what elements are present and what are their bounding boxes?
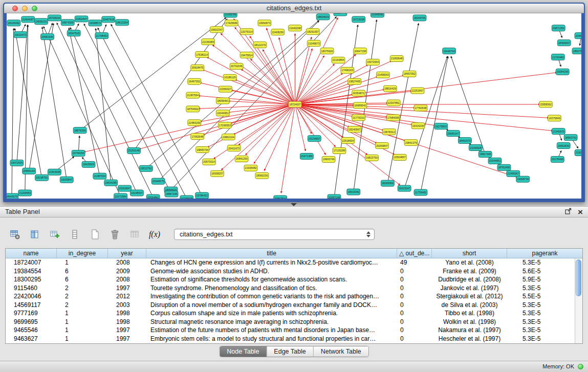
network-node-teal[interactable]: 21564908 <box>48 169 61 175</box>
network-node-teal[interactable]: 21548390 <box>371 13 384 17</box>
network-node-teal[interactable]: 18967245 <box>165 191 178 197</box>
network-node-teal[interactable]: 19058734 <box>516 176 530 182</box>
network-node-teal[interactable]: 18283956 <box>381 180 394 186</box>
network-node-teal[interactable]: 19863504 <box>274 195 287 199</box>
table-row[interactable]: 1456911722003Disruption of a novel membe… <box>6 301 575 310</box>
network-node-teal[interactable]: 21209653 <box>18 190 32 196</box>
network-node-teal[interactable]: 20344851 <box>488 158 502 164</box>
network-node-teal[interactable]: 21087634 <box>93 173 106 179</box>
network-hub-node[interactable]: 18724007 <box>289 101 302 107</box>
network-node-yellow[interactable]: 17036553 <box>218 122 231 128</box>
network-node-teal[interactable]: 19472635 <box>10 160 24 166</box>
network-node-yellow[interactable]: 18560236 <box>255 172 269 179</box>
network-node-yellow[interactable]: 21049673 <box>307 40 320 47</box>
network-node-teal[interactable]: 18356907 <box>557 40 571 46</box>
network-node-yellow[interactable]: 16072934 <box>366 59 380 65</box>
network-node-teal[interactable]: 21927085 <box>575 150 581 156</box>
network-node-teal[interactable]: 21708453 <box>95 33 108 39</box>
network-node-teal[interactable]: 18879356 <box>73 127 86 134</box>
network-node-teal[interactable]: 20728164 <box>48 15 61 21</box>
network-node-yellow[interactable]: 19950873 <box>258 20 271 26</box>
float-panel-icon[interactable] <box>565 207 572 216</box>
network-node-yellow[interactable]: 18240967 <box>348 126 361 133</box>
table-mode-button[interactable] <box>8 228 21 241</box>
network-node-teal[interactable]: 19448794 <box>443 48 456 54</box>
network-node-yellow[interactable]: 17760548 <box>414 105 427 111</box>
network-node-yellow[interactable]: 21640298 <box>289 25 302 31</box>
network-node-yellow[interactable]: 22156089 <box>202 39 215 45</box>
network-node-yellow[interactable]: 17092648 <box>191 134 204 140</box>
network-node-yellow[interactable]: 22160854 <box>332 57 345 63</box>
table-row[interactable]: 1830029562008Estimation of significance … <box>6 275 575 284</box>
network-node-yellow[interactable]: 18816429 <box>383 85 397 92</box>
network-node-teal[interactable]: 21035786 <box>224 13 237 17</box>
table-row[interactable]: 1872400712008Changes of HCN gene express… <box>6 258 575 267</box>
column-header-out_degree[interactable]: △ out_de... <box>397 249 432 258</box>
table-row[interactable]: 1938455462009Genome-wide association stu… <box>6 267 575 276</box>
network-node-teal[interactable]: 21763480 <box>551 54 564 60</box>
network-node-teal[interactable]: 18927564 <box>572 48 581 54</box>
network-node-yellow[interactable]: 20269847 <box>376 143 389 149</box>
network-canvas[interactable]: 1810549221694087195652312072816418974305… <box>7 13 581 199</box>
network-node-teal[interactable]: 18563742 <box>564 135 577 141</box>
network-node-teal[interactable]: 18347520 <box>67 30 80 36</box>
table-row[interactable]: 946362711997Embryonic stem cells: a mode… <box>6 335 575 343</box>
network-node-teal[interactable]: 21694087 <box>21 16 35 23</box>
column-header-in_degree[interactable]: in_degree <box>57 249 108 258</box>
network-node-teal[interactable]: 19084256 <box>556 69 569 75</box>
network-node-teal[interactable]: 21156928 <box>469 145 482 151</box>
network-node-teal[interactable]: 19148307 <box>130 190 143 196</box>
network-node-teal[interactable]: 18619342 <box>347 189 360 195</box>
network-node-teal[interactable]: 18491570 <box>458 138 471 144</box>
network-node-teal[interactable]: 19293847 <box>60 177 73 183</box>
row-options-button[interactable] <box>68 228 81 241</box>
tab-network-table[interactable]: Network Table <box>313 346 368 357</box>
network-node-yellow[interactable]: 22483159 <box>188 120 201 126</box>
network-node-yellow[interactable]: 18754902 <box>186 106 200 112</box>
network-node-yellow[interactable]: 16497352 <box>188 78 201 84</box>
network-node-teal[interactable]: 20749156 <box>72 150 85 157</box>
network-node-teal[interactable]: 20683147 <box>447 130 460 137</box>
table-row[interactable]: 2242004622012Investigating the contribut… <box>6 292 575 301</box>
network-node-yellow[interactable]: 19862104 <box>222 134 235 140</box>
tab-edge-table[interactable]: Edge Table <box>266 346 313 357</box>
network-node-yellow[interactable]: 22251867 <box>411 87 424 94</box>
network-node-teal[interactable]: 20492817 <box>575 33 581 39</box>
network-node-teal[interactable]: 20397168 <box>328 194 341 199</box>
network-node-yellow[interactable]: 19578312 <box>382 129 396 135</box>
network-node-yellow[interactable]: 15958362 <box>539 101 553 107</box>
network-node-yellow[interactable]: 19903746 <box>322 156 335 162</box>
network-node-teal[interactable]: 21739482 <box>414 189 427 195</box>
network-node-yellow[interactable]: 21387564 <box>186 92 200 98</box>
network-node-yellow[interactable]: 18099461 <box>216 98 229 104</box>
column-header-year[interactable]: year <box>108 249 146 258</box>
network-node-teal[interactable]: 19338572 <box>89 20 102 26</box>
network-node-teal[interactable]: 19275863 <box>434 123 448 129</box>
network-node-teal[interactable]: 20948375 <box>151 178 165 184</box>
column-header-short[interactable]: short <box>432 249 507 258</box>
import-table-button[interactable] <box>128 228 141 241</box>
network-node-yellow[interactable]: 20411673 <box>227 145 241 151</box>
network-node-teal[interactable]: 20156473 <box>334 13 347 16</box>
network-node-yellow[interactable]: 19315206 <box>411 123 425 129</box>
network-svg[interactable]: 1810549221694087195652312072816418974305… <box>7 13 581 199</box>
network-node-teal[interactable]: 20467918 <box>102 16 115 23</box>
network-node-teal[interactable]: 18834629 <box>316 14 330 20</box>
network-node-yellow[interactable]: 16186125 <box>223 74 236 80</box>
close-panel-icon[interactable]: × <box>578 208 583 216</box>
network-node-yellow[interactable]: 19475814 <box>240 52 253 58</box>
network-node-yellow[interactable]: 20573014 <box>203 159 216 165</box>
network-node-teal[interactable]: 20581936 <box>41 34 54 40</box>
window-titlebar[interactable]: citations_edges.txt <box>4 4 584 13</box>
network-node-yellow[interactable]: 16689542 <box>354 102 367 108</box>
network-node-teal[interactable]: 21325678 <box>180 195 193 199</box>
column-header-name[interactable]: name <box>6 249 57 258</box>
network-node-yellow[interactable]: 19845736 <box>196 147 209 153</box>
table-scrollbar-thumb[interactable] <box>576 259 581 296</box>
network-node-yellow[interactable]: 20841379 <box>404 140 418 146</box>
table-row[interactable]: 946554611997Estimation of the future num… <box>6 326 575 335</box>
network-node-teal[interactable]: 18974305 <box>61 19 74 26</box>
network-node-yellow[interactable]: 16504867 <box>393 154 406 160</box>
network-node-yellow[interactable]: 20647158 <box>354 48 367 54</box>
network-node-yellow[interactable]: 21556327 <box>219 86 232 92</box>
